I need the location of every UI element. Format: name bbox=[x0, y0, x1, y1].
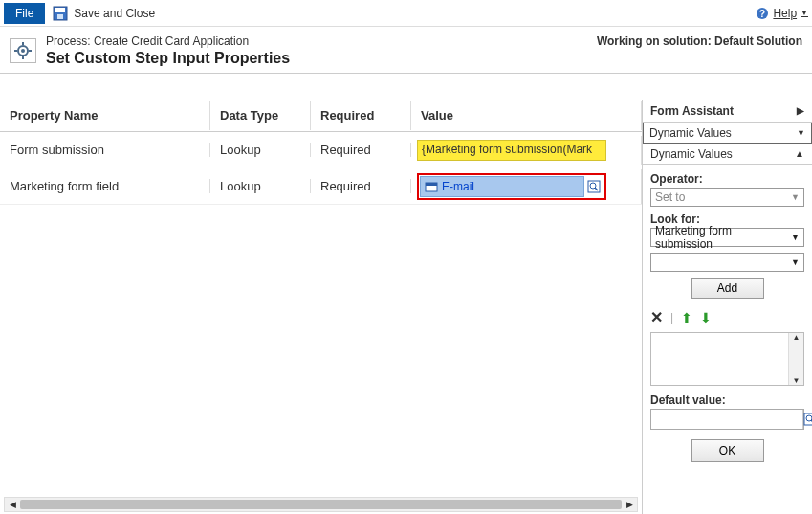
ok-button[interactable]: OK bbox=[691, 439, 764, 462]
scroll-left-icon[interactable]: ◀ bbox=[5, 498, 20, 511]
form-assistant-title: Form Assistant bbox=[650, 104, 734, 118]
form-assistant-panel: Form Assistant ▶ Dynamic Values ▼ Dynami… bbox=[642, 100, 812, 514]
default-lookup-button[interactable] bbox=[802, 410, 812, 429]
table-row[interactable]: Marketing form field Lookup Required E-m… bbox=[0, 168, 642, 205]
page-title: Set Custom Step Input Properties bbox=[46, 50, 290, 67]
default-value-input[interactable] bbox=[651, 410, 802, 429]
help-icon: ? bbox=[756, 7, 769, 20]
process-icon bbox=[10, 38, 36, 63]
save-icon bbox=[53, 6, 68, 21]
section-label: Dynamic Values bbox=[650, 147, 733, 161]
header-area: Process: Create Credit Card Application … bbox=[0, 27, 812, 74]
dynamic-value-box[interactable]: {Marketing form submission(Mark bbox=[417, 140, 606, 161]
assistant-dropdown[interactable]: Dynamic Values ▼ bbox=[643, 123, 812, 144]
dynamic-values-section[interactable]: Dynamic Values ▲ bbox=[643, 144, 812, 165]
chevron-down-icon: ▼ bbox=[797, 128, 805, 138]
operator-dropdown[interactable]: Set to ▼ bbox=[650, 188, 804, 207]
svg-rect-1 bbox=[55, 8, 65, 12]
list-toolbar: ✕ | ⬆ ⬇ bbox=[650, 306, 804, 332]
move-down-icon[interactable]: ⬇ bbox=[700, 310, 712, 325]
operator-label: Operator: bbox=[650, 172, 804, 186]
cell-required: Required bbox=[311, 143, 411, 157]
svg-rect-2 bbox=[57, 14, 63, 19]
vertical-scrollbar[interactable]: ▲▼ bbox=[788, 333, 803, 385]
assistant-dropdown-value: Dynamic Values bbox=[649, 126, 732, 140]
col-value[interactable]: Value bbox=[411, 101, 642, 130]
cell-value[interactable]: E-mail bbox=[411, 169, 642, 204]
chevron-right-icon: ▶ bbox=[797, 105, 804, 116]
file-button[interactable]: File bbox=[4, 3, 45, 24]
chevron-down-icon: ▼ bbox=[791, 233, 800, 242]
chevron-down-icon: ▼ bbox=[791, 192, 800, 202]
svg-rect-12 bbox=[426, 183, 437, 186]
lookup-link[interactable]: E-mail bbox=[442, 180, 474, 193]
chevron-down-icon: ▼ bbox=[791, 257, 800, 267]
table-row[interactable]: Form submission Lookup Required {Marketi… bbox=[0, 132, 642, 168]
lookfor-attribute-dropdown[interactable]: ▼ bbox=[650, 253, 804, 272]
cell-name: Form submission bbox=[0, 143, 210, 157]
svg-point-6 bbox=[21, 49, 25, 53]
cell-name: Marketing form field bbox=[0, 179, 210, 193]
col-required[interactable]: Required bbox=[311, 101, 411, 130]
scroll-right-icon[interactable]: ▶ bbox=[622, 498, 637, 511]
process-label: Process: Create Credit Card Application bbox=[46, 34, 290, 48]
cell-datatype: Lookup bbox=[210, 143, 311, 157]
move-up-icon[interactable]: ⬆ bbox=[681, 310, 692, 325]
top-toolbar: File Save and Close ? Help ▼ bbox=[0, 0, 812, 27]
cell-datatype: Lookup bbox=[210, 179, 311, 193]
col-data-type[interactable]: Data Type bbox=[210, 101, 311, 130]
default-value-label: Default value: bbox=[650, 393, 804, 407]
operator-value: Set to bbox=[655, 190, 685, 204]
values-listbox[interactable]: ▲▼ bbox=[650, 332, 804, 386]
svg-text:?: ? bbox=[759, 9, 765, 19]
properties-grid: Property Name Data Type Required Value F… bbox=[0, 100, 642, 514]
cell-value[interactable]: {Marketing form submission(Mark bbox=[411, 136, 642, 165]
chevron-down-icon: ▼ bbox=[801, 9, 808, 17]
help-link[interactable]: ? Help ▼ bbox=[756, 7, 808, 20]
add-button[interactable]: Add bbox=[691, 278, 764, 299]
separator: | bbox=[670, 311, 673, 324]
search-icon bbox=[587, 180, 601, 193]
scroll-track[interactable] bbox=[20, 500, 622, 509]
svg-line-15 bbox=[595, 188, 598, 190]
col-property-name[interactable]: Property Name bbox=[0, 101, 210, 130]
lookup-field[interactable]: E-mail bbox=[417, 173, 606, 200]
solution-label: Working on solution: Default Solution bbox=[597, 34, 802, 48]
lookfor-value: Marketing form submission bbox=[655, 224, 791, 251]
lookfor-entity-dropdown[interactable]: Marketing form submission ▼ bbox=[650, 228, 804, 247]
horizontal-scrollbar[interactable]: ◀ ▶ bbox=[4, 497, 638, 512]
entity-icon bbox=[425, 180, 438, 193]
delete-icon[interactable]: ✕ bbox=[650, 308, 663, 326]
grid-header: Property Name Data Type Required Value bbox=[0, 100, 642, 132]
cell-required: Required bbox=[311, 179, 411, 193]
default-value-lookup[interactable] bbox=[650, 409, 804, 430]
search-icon bbox=[803, 413, 812, 426]
form-assistant-header[interactable]: Form Assistant ▶ bbox=[643, 100, 812, 123]
collapse-up-icon: ▲ bbox=[795, 148, 804, 159]
lookup-search-button[interactable] bbox=[584, 177, 604, 196]
help-label: Help bbox=[773, 7, 797, 20]
save-close-button[interactable]: Save and Close bbox=[53, 6, 155, 21]
save-close-label: Save and Close bbox=[74, 7, 155, 20]
